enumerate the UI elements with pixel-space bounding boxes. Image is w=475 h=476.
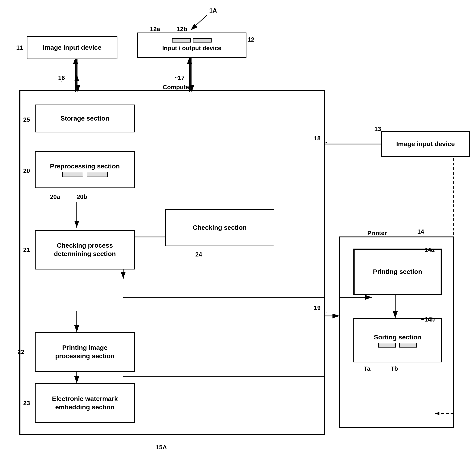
ref-14a: ~14a <box>421 246 435 254</box>
ref-25: 25 <box>23 116 30 123</box>
ref-12b: 12b <box>177 26 187 33</box>
ref-20b: 20b <box>77 193 87 201</box>
ref-18: 18 <box>314 135 321 142</box>
ref-24: 24 <box>195 251 202 258</box>
printing-section-14a: Printing section <box>353 249 442 295</box>
ref-20: 20 <box>23 167 30 174</box>
system-id-15a: 15A <box>156 444 167 451</box>
ref-21: 21 <box>23 246 30 254</box>
ref-ta: Ta <box>364 365 370 372</box>
io-device-12: Input / output device <box>137 33 246 58</box>
sorting-section-14b: Sorting section <box>353 318 442 362</box>
ref-19: 19 <box>314 304 321 311</box>
ref-tb: Tb <box>391 365 398 372</box>
ref-13: 13 <box>374 125 381 133</box>
electronic-watermark-23: Electronic watermark embedding section <box>35 383 135 423</box>
storage-section-25: Storage section <box>35 104 135 132</box>
image-input-device-13: Image input device <box>381 131 470 157</box>
checking-process-21: Checking process determining section <box>35 230 135 270</box>
ref-20a: 20a <box>50 193 60 201</box>
computer-label: Computer <box>163 84 191 91</box>
preprocessing-section-20: Preprocessing section <box>35 151 135 188</box>
system-label-1a: 1A <box>209 7 217 14</box>
image-input-device-11: Image input device <box>27 36 117 59</box>
ref-12: 12 <box>248 36 254 43</box>
ref-17: ~17 <box>174 74 185 82</box>
printer-label: Printer <box>367 230 387 237</box>
ref-23: 23 <box>23 400 30 407</box>
printing-image-22: Printing image processing section <box>35 332 135 372</box>
ref-14b: ~14b <box>421 316 435 323</box>
svg-line-30 <box>191 15 207 30</box>
ref-22: 22 <box>18 348 24 356</box>
ref-12a: 12a <box>150 26 160 33</box>
ref-14: 14 <box>417 228 424 235</box>
checking-section-24: Checking section <box>165 209 274 246</box>
